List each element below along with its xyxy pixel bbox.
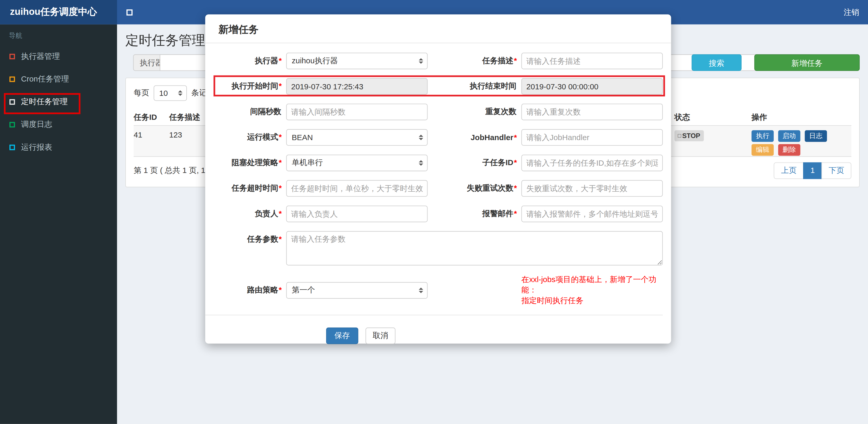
sidebar: 导航 执行器管理 Cron任务管理 定时任务管理 调度日志 运行报表	[0, 25, 117, 424]
owner-label: 负责人*	[205, 209, 286, 219]
executor-label: 执行器*	[205, 56, 286, 66]
end-time-label: 执行结束时间	[428, 81, 522, 91]
owner-input[interactable]	[286, 205, 428, 222]
cancel-button[interactable]: 取消	[366, 328, 396, 344]
log-button[interactable]: 日志	[805, 130, 827, 142]
logout-link[interactable]: 注销	[843, 0, 859, 25]
sidebar-item-run-report[interactable]: 运行报表	[0, 136, 117, 158]
task-desc-label: 任务描述*	[428, 56, 522, 66]
header-task-id: 任务ID	[134, 108, 157, 126]
modal-title: 新增任务	[205, 14, 671, 43]
route-strategy-select[interactable]: 第一个	[286, 282, 428, 298]
timeout-input[interactable]	[286, 180, 428, 197]
start-time-label: 执行开始时间*	[205, 81, 286, 91]
form-row-interval-repeat: 间隔秒数 重复次数	[205, 104, 662, 120]
current-page-button[interactable]: 1	[803, 162, 822, 179]
feature-note-line1: 在xxl-jobs项目的基础上，新增了一个功能：	[521, 274, 663, 295]
child-task-id-input[interactable]	[521, 155, 663, 171]
actions-row-2: 编辑 删除	[751, 144, 829, 156]
interval-seconds-label: 间隔秒数	[205, 107, 286, 117]
task-params-label: 任务参数*	[205, 231, 286, 244]
cell-actions: 执行 启动 日志 编辑 删除	[751, 130, 829, 156]
end-time-input[interactable]	[521, 78, 663, 95]
select-updown-icon	[418, 160, 423, 166]
sidebar-item-label: 定时任务管理	[21, 97, 68, 106]
form-row-timeout-retry: 任务超时时间* 失败重试次数*	[205, 180, 662, 197]
executor-select-value: zuihou执行器	[292, 56, 338, 66]
select-updown-icon	[418, 135, 423, 140]
next-page-button[interactable]: 下页	[822, 162, 851, 179]
header-actions: 操作	[751, 108, 767, 126]
jobhandler-input[interactable]	[521, 129, 663, 146]
sidebar-menu: 执行器管理 Cron任务管理 定时任务管理 调度日志 运行报表	[0, 45, 117, 158]
menu-square-icon	[9, 99, 15, 104]
repeat-count-label: 重复次数	[428, 107, 522, 117]
start-button[interactable]: 启动	[778, 130, 800, 142]
select-updown-icon	[418, 287, 423, 293]
header-status: 状态	[674, 108, 690, 126]
route-strategy-label: 路由策略*	[205, 285, 286, 295]
task-params-textarea[interactable]	[286, 231, 663, 265]
select-updown-icon	[418, 58, 423, 64]
save-button[interactable]: 保存	[326, 328, 358, 344]
cell-task-id: 41	[134, 130, 142, 139]
block-strategy-select-value: 单机串行	[292, 158, 323, 168]
block-strategy-label: 阻塞处理策略*	[205, 158, 286, 168]
form-row-executor: 执行器* zuihou执行器 任务描述*	[205, 53, 662, 69]
feature-note-line2: 指定时间执行任务	[521, 295, 663, 306]
add-task-modal: 新增任务 执行器* zuihou执行器 任务描述* 执行开始时间* 执行结束时间	[205, 14, 671, 344]
sidebar-item-cron-task-mgmt[interactable]: Cron任务管理	[0, 68, 117, 90]
run-mode-select-value: BEAN	[292, 133, 313, 142]
block-strategy-select[interactable]: 单机串行	[286, 155, 428, 171]
delete-button[interactable]: 删除	[778, 144, 800, 156]
sidebar-item-executor-mgmt[interactable]: 执行器管理	[0, 45, 117, 67]
app-root: zuihou任务调度中心 注销 导航 执行器管理 Cron任务管理 定时任务管理…	[0, 0, 868, 424]
select-updown-icon	[178, 90, 183, 96]
execute-button[interactable]: 执行	[751, 130, 774, 142]
fail-retry-label: 失败重试次数*	[428, 183, 522, 193]
jobhandler-label: JobHandler*	[428, 133, 522, 142]
form-row-route-strategy: 路由策略* 第一个 在xxl-jobs项目的基础上，新增了一个功能： 指定时间执…	[205, 274, 662, 306]
sidebar-toggle-icon[interactable]	[126, 9, 132, 15]
modal-footer: 保存 取消	[205, 316, 662, 344]
timeout-label: 任务超时时间*	[205, 183, 286, 193]
menu-square-icon	[9, 76, 15, 82]
search-button[interactable]: 搜索	[691, 55, 742, 71]
cell-status: □ STOP	[674, 130, 704, 141]
run-mode-select[interactable]: BEAN	[286, 129, 428, 146]
cell-task-desc: 123	[169, 130, 182, 139]
per-page-select[interactable]: 10	[154, 86, 187, 101]
start-time-input[interactable]	[286, 78, 428, 95]
per-page-prefix: 每页	[134, 88, 149, 98]
feature-note: 在xxl-jobs项目的基础上，新增了一个功能： 指定时间执行任务	[521, 274, 663, 306]
header-task-desc: 任务描述	[169, 108, 200, 126]
per-page-value: 10	[159, 89, 168, 97]
fail-retry-input[interactable]	[521, 180, 663, 197]
child-task-id-label: 子任务ID*	[428, 158, 522, 168]
task-desc-input[interactable]	[521, 53, 663, 69]
menu-square-icon	[9, 54, 15, 59]
sidebar-item-label: Cron任务管理	[21, 74, 69, 84]
alarm-email-input[interactable]	[521, 205, 663, 222]
pagination-buttons: 上页 1 下页	[774, 162, 851, 179]
form-row-block-childid: 阻塞处理策略* 单机串行 子任务ID*	[205, 155, 662, 171]
prev-page-button[interactable]: 上页	[774, 162, 804, 179]
menu-square-icon	[9, 122, 15, 127]
sidebar-item-label: 调度日志	[21, 120, 52, 129]
add-task-button[interactable]: 新增任务	[754, 55, 860, 71]
menu-square-icon	[9, 144, 15, 150]
stop-square-icon: □	[678, 133, 681, 138]
sidebar-item-timed-task-mgmt[interactable]: 定时任务管理	[0, 90, 117, 113]
sidebar-item-label: 执行器管理	[21, 51, 60, 61]
run-mode-label: 运行模式*	[205, 133, 286, 142]
form-row-task-params: 任务参数*	[205, 231, 662, 265]
form-row-runmode-handler: 运行模式* BEAN JobHandler*	[205, 129, 662, 146]
brand-title: zuihou任务调度中心	[0, 0, 117, 25]
sidebar-item-dispatch-log[interactable]: 调度日志	[0, 113, 117, 136]
edit-button[interactable]: 编辑	[751, 144, 774, 156]
executor-select[interactable]: zuihou执行器	[286, 53, 428, 69]
interval-seconds-input[interactable]	[286, 104, 428, 120]
repeat-count-input[interactable]	[521, 104, 663, 120]
modal-body: 执行器* zuihou执行器 任务描述* 执行开始时间* 执行结束时间 间隔秒数	[205, 43, 671, 344]
alarm-email-label: 报警邮件*	[428, 209, 522, 219]
